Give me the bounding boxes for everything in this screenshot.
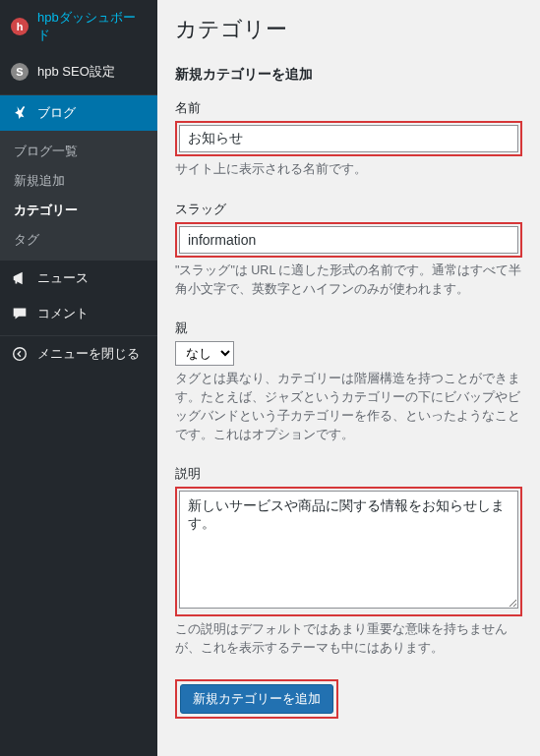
parent-label: 親	[175, 320, 522, 337]
sidebar-item-label: ブログ	[37, 104, 76, 122]
submenu-item-list[interactable]: ブログ一覧	[0, 137, 157, 166]
sidebar-item-label: コメント	[37, 305, 89, 322]
pin-icon	[10, 103, 30, 123]
slug-input-wrap	[175, 222, 522, 258]
field-parent: 親 なし タグとは異なり、カテゴリーは階層構造を持つことができます。たとえば、ジ…	[175, 320, 522, 443]
submit-button[interactable]: 新規カテゴリーを追加	[180, 684, 333, 714]
name-help: サイト上に表示される名前です。	[175, 160, 522, 179]
parent-help: タグとは異なり、カテゴリーは階層構造を持つことができます。たとえば、ジャズという…	[175, 370, 522, 443]
page-title: カテゴリー	[175, 15, 522, 44]
sidebar-item-news[interactable]: ニュース	[0, 261, 157, 296]
submenu-item-tag[interactable]: タグ	[0, 225, 157, 255]
submit-wrap: 新規カテゴリーを追加	[175, 679, 338, 719]
description-textarea[interactable]	[179, 491, 518, 609]
seo-icon: S	[10, 62, 30, 82]
collapse-icon	[10, 344, 30, 364]
name-input[interactable]	[179, 125, 518, 152]
section-title: 新規カテゴリーを追加	[175, 66, 522, 84]
submenu-item-category[interactable]: カテゴリー	[0, 196, 157, 225]
sidebar-item-label: メニューを閉じる	[37, 345, 140, 363]
name-label: 名前	[175, 99, 522, 117]
hpb-icon: h	[10, 17, 30, 36]
slug-input[interactable]	[179, 226, 518, 254]
slug-help: "スラッグ"は URL に適した形式の名前です。通常はすべて半角小文字で、英数字…	[175, 262, 522, 299]
slug-label: スラッグ	[175, 201, 522, 218]
sidebar-item-collapse[interactable]: メニューを閉じる	[0, 336, 157, 372]
description-help: この説明はデフォルトではあまり重要な意味を持ちませんが、これを表示するテーマも中…	[175, 620, 522, 658]
description-label: 説明	[175, 465, 522, 483]
name-input-wrap	[175, 121, 522, 156]
sidebar-item-label: hpbダッシュボード	[37, 9, 148, 44]
sidebar-item-hpb-seo[interactable]: S hpb SEO設定	[0, 53, 157, 90]
field-name: 名前 サイト上に表示される名前です。	[175, 99, 522, 179]
sidebar-item-label: ニュース	[37, 269, 89, 287]
blog-submenu: ブログ一覧 新規追加 カテゴリー タグ	[0, 131, 157, 261]
comment-icon	[10, 304, 30, 323]
main-content: カテゴリー 新規カテゴリーを追加 名前 サイト上に表示される名前です。 スラッグ…	[157, 0, 540, 756]
admin-sidebar: h hpbダッシュボード S hpb SEO設定 ブログ ブログ一覧 新規追加 …	[0, 0, 157, 756]
parent-select[interactable]: なし	[175, 341, 234, 366]
sidebar-item-label: hpb SEO設定	[37, 63, 115, 81]
field-description: 説明 この説明はデフォルトではあまり重要な意味を持ちませんが、これを表示するテー…	[175, 465, 522, 658]
megaphone-icon	[10, 268, 30, 288]
sidebar-item-blog[interactable]: ブログ	[0, 95, 157, 131]
sidebar-item-hpb-dashboard[interactable]: h hpbダッシュボード	[0, 0, 157, 53]
sidebar-item-comments[interactable]: コメント	[0, 296, 157, 331]
submenu-item-new[interactable]: 新規追加	[0, 166, 157, 196]
description-input-wrap	[175, 487, 522, 616]
svg-point-1	[14, 348, 27, 361]
field-slug: スラッグ "スラッグ"は URL に適した形式の名前です。通常はすべて半角小文字…	[175, 201, 522, 299]
